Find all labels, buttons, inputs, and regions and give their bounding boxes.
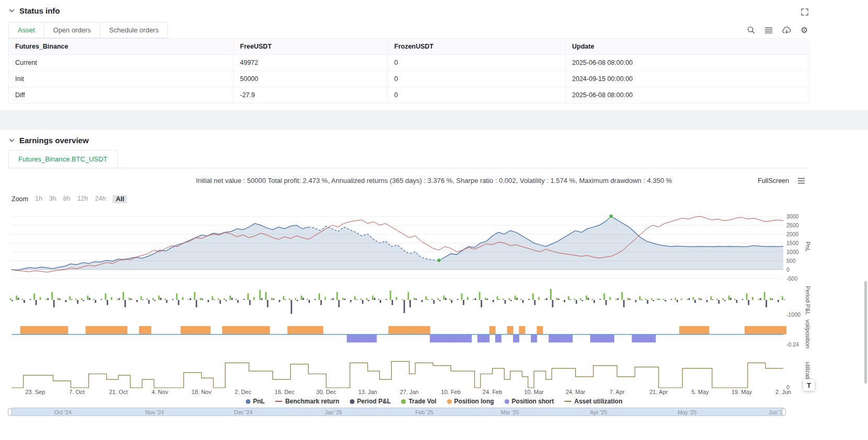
tab-open-orders[interactable]: Open orders bbox=[44, 22, 100, 38]
svg-text:13. Jan: 13. Jan bbox=[358, 389, 377, 395]
navigator-left-handle[interactable] bbox=[8, 409, 12, 415]
legend-item-trade-vol[interactable]: Trade Vol bbox=[401, 398, 436, 405]
svg-text:2500: 2500 bbox=[786, 222, 799, 228]
cloud-download-icon[interactable] bbox=[782, 26, 792, 34]
zoom-option-all[interactable]: All bbox=[112, 195, 127, 203]
legend-marker-icon bbox=[401, 399, 406, 404]
legend-marker-icon bbox=[275, 401, 282, 402]
current-link[interactable]: Current bbox=[9, 55, 234, 71]
search-icon[interactable] bbox=[747, 26, 756, 34]
table-toolbar: ⚙ bbox=[747, 26, 808, 38]
expand-fullscreen-icon[interactable] bbox=[801, 8, 809, 18]
earnings-chart-block: Initial net value : 50000 Total profit: … bbox=[0, 177, 868, 417]
column-header-frozenusdt: FrozenUSDT bbox=[388, 39, 566, 55]
navigator-right-handle[interactable] bbox=[782, 409, 786, 415]
legend-marker-icon bbox=[447, 399, 452, 404]
menu-icon[interactable] bbox=[797, 177, 805, 184]
table-row-init: Init 50000 0 2024-09-15 00:00:00 bbox=[9, 71, 808, 87]
svg-text:1000: 1000 bbox=[786, 249, 799, 255]
diff-frozen-usdt: 0 bbox=[388, 87, 566, 103]
fullscreen-button[interactable]: FullScreen bbox=[758, 177, 789, 184]
earnings-overview-section: Earnings overview Futures_Binance.BTC_US… bbox=[0, 130, 868, 417]
current-free-usdt: 49972 bbox=[234, 55, 388, 71]
svg-text:-0.24: -0.24 bbox=[786, 341, 799, 348]
zoom-option-1h[interactable]: 1h bbox=[35, 195, 42, 203]
svg-text:19. May: 19. May bbox=[732, 389, 752, 395]
navigator-month-label: Mar '25 bbox=[501, 409, 519, 415]
current-update-time: 2025-06-08 08:00:00 bbox=[566, 55, 808, 71]
earnings-chart[interactable]: 300025002000150010005000-500-1000-0.2402… bbox=[0, 213, 868, 396]
navigator-month-label: Apr '25 bbox=[590, 409, 607, 415]
diff-update-time: 2025-06-08 08:00:00 bbox=[566, 87, 808, 103]
diff-free-usdt: -27.9 bbox=[234, 87, 388, 103]
legend-marker-icon bbox=[350, 399, 355, 404]
current-frozen-usdt: 0 bbox=[388, 55, 566, 71]
zoom-option-8h[interactable]: 8h bbox=[63, 195, 71, 203]
svg-text:24. Feb: 24. Feb bbox=[483, 389, 502, 395]
legend-item-pnl[interactable]: PnL bbox=[246, 398, 265, 405]
svg-text:5. May: 5. May bbox=[691, 389, 709, 395]
svg-text:7. Oct: 7. Oct bbox=[69, 389, 84, 395]
zoom-option-12h[interactable]: 12h bbox=[77, 195, 88, 203]
zoom-option-24h[interactable]: 24h bbox=[95, 195, 106, 203]
svg-text:vol/position: vol/position bbox=[805, 319, 811, 348]
svg-text:7. Apr: 7. Apr bbox=[610, 389, 625, 395]
chart-navigator-wrap: Oct '24Nov '24Dec '24Jan '25Feb '25Mar '… bbox=[0, 408, 868, 417]
navigator-month-label: Oct '24 bbox=[54, 409, 72, 415]
asset-table: Futures_Binance FreeUSDT FrozenUSDT Upda… bbox=[8, 38, 808, 103]
svg-text:PnL: PnL bbox=[805, 241, 811, 252]
navigator-month-label: Feb '25 bbox=[415, 409, 433, 415]
svg-text:2. Dec: 2. Dec bbox=[235, 389, 252, 395]
legend-marker-icon bbox=[564, 401, 572, 402]
init-update-time: 2024-09-15 00:00:00 bbox=[566, 71, 808, 87]
navigator-month-label: Jan '25 bbox=[325, 409, 342, 415]
legend-marker-icon bbox=[246, 399, 250, 404]
legend-item-position-short[interactable]: Position short bbox=[505, 398, 554, 405]
svg-text:4. Nov: 4. Nov bbox=[152, 389, 168, 395]
asset-table-header-row: Futures_Binance FreeUSDT FrozenUSDT Upda… bbox=[9, 39, 808, 55]
legend-item-position-long[interactable]: Position long bbox=[447, 398, 494, 405]
init-label: Init bbox=[9, 71, 234, 87]
column-header-futures-binance: Futures_Binance bbox=[9, 39, 234, 55]
trading-dashboard: Status info Asset Open orders Schedule o… bbox=[0, 0, 868, 440]
legend-item-period-p-l[interactable]: Period P&L bbox=[350, 398, 391, 405]
legend-marker-icon bbox=[505, 399, 509, 404]
chart-navigator[interactable]: Oct '24Nov '24Dec '24Jan '25Feb '25Mar '… bbox=[12, 408, 783, 416]
table-row-current: Current 49972 0 2025-06-08 08:00:00 bbox=[9, 55, 808, 71]
svg-text:0: 0 bbox=[786, 267, 790, 273]
svg-text:Period P&L: Period P&L bbox=[805, 286, 811, 315]
earnings-collapse-icon[interactable] bbox=[8, 137, 15, 144]
svg-text:1500: 1500 bbox=[786, 240, 799, 246]
zoom-label: Zoom bbox=[12, 195, 28, 203]
section-divider bbox=[0, 110, 868, 130]
tooltip-toggle-button[interactable]: T bbox=[803, 379, 815, 391]
svg-text:24. Mar: 24. Mar bbox=[566, 389, 586, 395]
diff-label: Diff bbox=[9, 87, 234, 103]
legend-item-asset-utilization[interactable]: Asset utilization bbox=[564, 398, 622, 405]
svg-text:30. Dec: 30. Dec bbox=[316, 389, 336, 395]
init-free-usdt: 50000 bbox=[234, 71, 388, 87]
status-tabs: Asset Open orders Schedule orders bbox=[8, 22, 167, 38]
column-header-freeusdt: FreeUSDT bbox=[234, 39, 388, 55]
status-info-title: Status info bbox=[19, 6, 60, 15]
svg-text:-500: -500 bbox=[786, 275, 797, 282]
svg-text:21. Apr: 21. Apr bbox=[649, 389, 668, 395]
zoom-option-3h[interactable]: 3h bbox=[49, 195, 56, 203]
svg-text:27. Jan: 27. Jan bbox=[400, 389, 419, 395]
navigator-month-label: Dec '24 bbox=[234, 409, 253, 415]
zoom-controls: Zoom 1h3h8h12h24hAll bbox=[12, 194, 868, 204]
tab-asset[interactable]: Asset bbox=[8, 22, 44, 38]
svg-text:10. Feb: 10. Feb bbox=[441, 389, 461, 395]
status-info-collapse-icon[interactable] bbox=[8, 7, 15, 14]
svg-text:2. Jun: 2. Jun bbox=[775, 389, 791, 395]
tab-futures-binance-btc-usdt[interactable]: Futures_Binance.BTC_USDT bbox=[8, 150, 118, 168]
earnings-title: Earnings overview bbox=[19, 136, 89, 145]
svg-text:500: 500 bbox=[786, 258, 796, 264]
chart-summary-stats: Initial net value : 50000 Total profit: … bbox=[0, 177, 868, 184]
scrollbar-thumb[interactable] bbox=[864, 281, 867, 384]
settings-gear-icon[interactable]: ⚙ bbox=[801, 26, 808, 34]
table-row-diff: Diff -27.9 0 2025-06-08 08:00:00 bbox=[9, 87, 808, 103]
tab-schedule-orders[interactable]: Schedule orders bbox=[100, 22, 168, 38]
list-icon[interactable] bbox=[764, 27, 773, 34]
legend-item-benchmark-return[interactable]: Benchmark return bbox=[275, 398, 339, 405]
